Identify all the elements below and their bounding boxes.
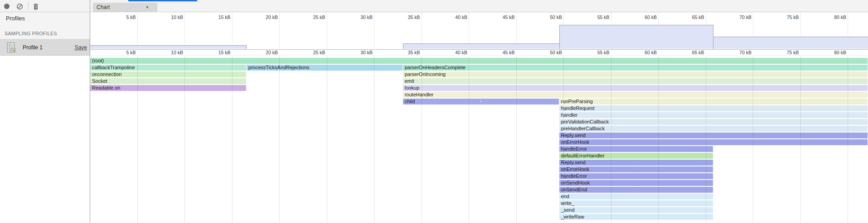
flame-bar-label: handler xyxy=(561,112,578,118)
flame-chart-ruler: 5 kB10 kB15 kB20 kB25 kB30 kB35 kB40 kB4… xyxy=(90,50,868,56)
ruler-tick-label: 15 kB xyxy=(205,50,231,55)
sidebar-item-profile-1[interactable]: % Profile 1 Save xyxy=(0,39,90,56)
ruler-tick-label: 75 kB xyxy=(774,50,799,55)
flame-bar[interactable]: Socket xyxy=(90,78,246,84)
ruler-tick-label: 45 kB xyxy=(490,50,515,55)
flame-bar-label: _send xyxy=(561,207,575,213)
flame-bar[interactable]: defaultErrorHandler xyxy=(559,153,713,159)
flame-bar[interactable]: Reply.send xyxy=(559,133,868,138)
view-mode-select[interactable]: Chart ▼ xyxy=(93,3,157,12)
flame-bar-label: emit xyxy=(405,78,414,84)
record-icon xyxy=(4,4,10,9)
flame-bar[interactable]: onSendHook xyxy=(559,180,713,186)
flame-bar-label: runPreParsing xyxy=(561,99,593,104)
flame-bar[interactable]: _writeRaw xyxy=(559,214,713,220)
view-mode-label: Chart xyxy=(97,4,110,10)
flame-bar[interactable]: parserOnIncoming xyxy=(403,71,868,77)
ruler-tick-label: 50 kB xyxy=(537,14,562,20)
ruler-tick-label: 70 kB xyxy=(726,14,752,20)
flame-bar-label: Socket xyxy=(92,78,107,84)
flame-bar[interactable]: runPreParsing xyxy=(559,99,868,104)
flame-bar-label: lookup xyxy=(405,85,419,90)
delete-profile-button[interactable] xyxy=(32,2,40,10)
flame-bar-label: Reply.send xyxy=(561,133,586,138)
save-link[interactable]: Save xyxy=(75,44,87,51)
allocation-overview[interactable]: 5 kB10 kB15 kB20 kB25 kB30 kB35 kB40 kB4… xyxy=(90,12,868,50)
ruler-tick-label: 20 kB xyxy=(252,50,278,55)
profile-icon: % xyxy=(6,43,16,52)
flame-bar[interactable]: onconnection xyxy=(90,71,246,77)
flame-bar[interactable]: end xyxy=(559,194,713,199)
flame-bar-label: handleRequest xyxy=(561,105,595,111)
ruler-tick-label: 30 kB xyxy=(347,14,373,20)
flame-bar[interactable]: child xyxy=(403,99,559,104)
ruler-tick-label: 15 kB xyxy=(205,14,231,20)
ruler-tick-label: 25 kB xyxy=(300,14,325,20)
flame-bar[interactable]: onSendEnd xyxy=(559,187,713,193)
flame-bar-label: Reply.send xyxy=(561,160,586,165)
ruler-tick-label: 35 kB xyxy=(395,14,420,20)
flame-bar[interactable]: _send xyxy=(559,207,713,213)
flame-chart-pane: 5 kB10 kB15 kB20 kB25 kB30 kB35 kB40 kB4… xyxy=(90,12,868,223)
ruler-tick-label: 60 kB xyxy=(631,50,657,55)
flame-bar[interactable]: Readable.on xyxy=(90,85,246,91)
flame-bar-label: Readable.on xyxy=(92,85,120,90)
flame-bar[interactable]: write_ xyxy=(559,200,713,206)
flame-bar[interactable]: processTicksAndRejections xyxy=(247,65,402,71)
flame-bar[interactable]: parserOnHeadersComplete xyxy=(403,65,868,71)
ruler-tick-label: 40 kB xyxy=(442,14,467,20)
profiles-sidebar: Profiles SAMPLING PROFILES % Profile 1 S… xyxy=(0,12,90,223)
ruler-tick-label: 55 kB xyxy=(584,14,610,20)
flame-bar-label: routeHandler xyxy=(405,92,434,97)
flame-bar[interactable]: callbackTrampoline xyxy=(90,65,246,71)
flame-chart: (root)callbackTrampolineprocessTicksAndR… xyxy=(90,56,868,223)
flame-bar-label: onconnection xyxy=(92,71,121,77)
svg-text:%: % xyxy=(12,48,15,52)
pane-divider[interactable] xyxy=(90,0,90,223)
flame-bar-label: child xyxy=(405,99,415,104)
flame-bar-label: _writeRaw xyxy=(561,214,584,219)
trash-icon xyxy=(33,3,39,10)
ruler-tick-label: 45 kB xyxy=(490,14,515,20)
memory-panel: Chart ▼ Profiles SAMPLING PROFILES % Pro… xyxy=(0,0,868,223)
flame-bar[interactable]: emit xyxy=(403,78,868,84)
ruler-tick-label: 80 kB xyxy=(821,14,846,20)
toolbar-separator xyxy=(28,2,29,10)
flame-bar[interactable]: routeHandler xyxy=(403,92,868,98)
ruler-tick-label: 35 kB xyxy=(395,50,420,55)
flame-bar[interactable]: onErrorHook xyxy=(559,166,713,172)
flame-bar[interactable]: handleRequest xyxy=(559,105,868,111)
ruler-tick-label: 20 kB xyxy=(252,14,278,20)
flame-bar-label: parserOnHeadersComplete xyxy=(405,65,466,70)
block-icon xyxy=(16,3,23,10)
record-button[interactable] xyxy=(3,2,11,10)
flame-bar[interactable]: preValidationCallback xyxy=(559,119,868,125)
flame-bar[interactable]: lookup xyxy=(403,85,868,91)
flame-bar-label: onErrorHook xyxy=(561,166,589,172)
flame-bar-label: parserOnIncoming xyxy=(405,71,446,77)
clear-all-button[interactable] xyxy=(15,2,24,10)
flame-bar-label: onErrorHook xyxy=(561,139,589,145)
flame-bar[interactable]: Reply.send xyxy=(559,160,713,166)
flame-bar[interactable]: handler xyxy=(559,112,868,118)
ruler-tick-label: 25 kB xyxy=(300,50,325,55)
ruler-tick-label: 40 kB xyxy=(442,50,467,55)
flame-bar-label: onSendHook xyxy=(561,180,590,185)
ruler-tick-label: 75 kB xyxy=(774,14,799,20)
ruler-tick-label: 65 kB xyxy=(679,14,704,20)
ruler-tick-label: 10 kB xyxy=(158,14,183,20)
overview-area-segment xyxy=(713,37,868,49)
flame-bar[interactable]: (root) xyxy=(90,58,868,64)
flame-bar[interactable]: preHandlerCallback xyxy=(559,126,868,132)
ruler-tick-label: 30 kB xyxy=(347,50,373,55)
flame-bar[interactable]: onErrorHook xyxy=(559,139,868,145)
flame-bar-label: end xyxy=(561,194,569,199)
toolbar: Chart ▼ xyxy=(0,0,868,12)
flame-bar[interactable]: handleError xyxy=(559,146,713,152)
ruler-tick-label: 50 kB xyxy=(537,50,562,55)
ruler-tick-label: 60 kB xyxy=(631,14,657,20)
flame-bar-label: preHandlerCallback xyxy=(561,126,605,131)
flame-bar-label: preValidationCallback xyxy=(561,119,609,124)
flame-bar[interactable]: handleError xyxy=(559,173,713,179)
profile-name: Profile 1 xyxy=(23,44,43,51)
